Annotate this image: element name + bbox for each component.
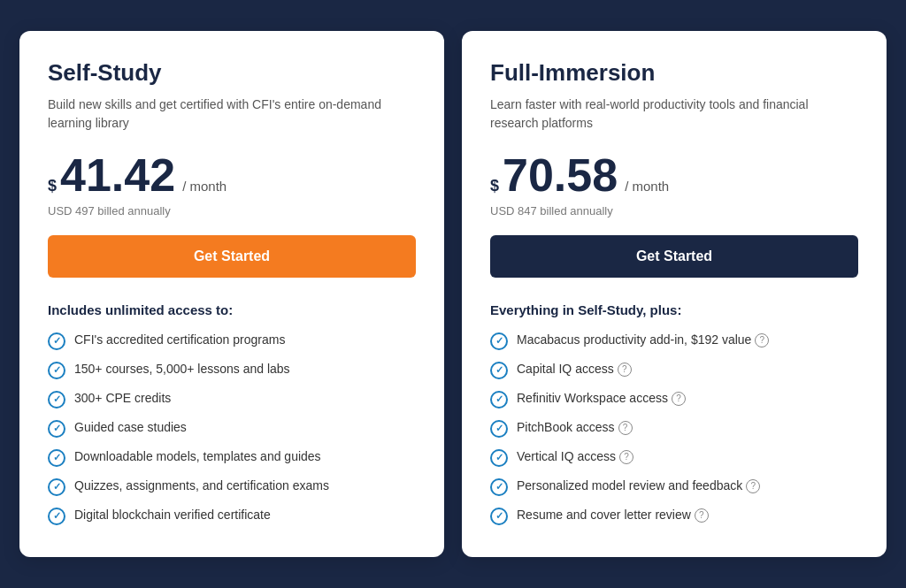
check-icon xyxy=(490,391,508,409)
feature-item: CFI's accredited certification programs xyxy=(48,332,416,350)
features-heading: Includes unlimited access to: xyxy=(48,302,416,317)
price-period: / month xyxy=(625,179,669,194)
check-icon xyxy=(48,391,65,409)
feature-item: PitchBook access ? xyxy=(490,419,858,438)
feature-item: Macabacus productivity add-in, $192 valu… xyxy=(490,332,858,350)
feature-text: PitchBook access xyxy=(517,419,615,437)
price-row: $ 41.42 / month xyxy=(48,152,416,201)
price-billing: USD 497 billed annually xyxy=(48,204,416,218)
check-icon xyxy=(490,449,508,467)
check-icon xyxy=(490,420,508,438)
check-icon xyxy=(490,332,508,350)
feature-list: CFI's accredited certification programs … xyxy=(48,332,416,525)
card-title: Self-Study xyxy=(48,59,416,87)
check-icon xyxy=(48,478,65,496)
get-started-button[interactable]: Get Started xyxy=(48,235,416,278)
price-amount: 41.42 xyxy=(60,152,175,198)
check-icon xyxy=(490,478,508,496)
feature-item: 150+ courses, 5,000+ lessons and labs xyxy=(48,361,416,379)
price-dollar-symbol: $ xyxy=(490,177,499,195)
feature-item: Resume and cover letter review ? xyxy=(490,507,858,525)
price-amount: 70.58 xyxy=(503,152,618,198)
feature-text: Guided case studies xyxy=(74,419,187,437)
price-dollar-symbol: $ xyxy=(48,177,57,195)
card-self-study: Self-Study Build new skills and get cert… xyxy=(19,31,444,557)
feature-list: Macabacus productivity add-in, $192 valu… xyxy=(490,332,858,525)
feature-text: 300+ CPE credits xyxy=(74,390,171,408)
feature-text: Vertical IQ access xyxy=(517,448,616,466)
feature-text: Capital IQ access xyxy=(517,361,614,378)
feature-item: Guided case studies xyxy=(48,419,416,438)
price-billing: USD 847 billed annually xyxy=(490,204,858,218)
feature-text: Macabacus productivity add-in, $192 valu… xyxy=(517,332,751,349)
price-period: / month xyxy=(182,179,226,194)
feature-item: Vertical IQ access ? xyxy=(490,448,858,467)
feature-item: 300+ CPE credits xyxy=(48,390,416,409)
feature-text: Quizzes, assignments, and certification … xyxy=(74,477,329,495)
info-icon[interactable]: ? xyxy=(619,450,633,464)
check-icon xyxy=(48,449,65,467)
check-icon xyxy=(48,508,65,525)
feature-item: Refinitiv Workspace access ? xyxy=(490,390,858,409)
check-icon xyxy=(48,362,65,379)
card-full-immersion: Full-Immersion Learn faster with real-wo… xyxy=(462,31,887,557)
info-icon[interactable]: ? xyxy=(618,421,633,435)
check-icon xyxy=(490,508,508,525)
feature-item: Digital blockchain verified certificate xyxy=(48,507,416,525)
feature-item: Personalized model review and feedback ? xyxy=(490,477,858,496)
check-icon xyxy=(490,362,508,379)
feature-text: Digital blockchain verified certificate xyxy=(74,507,271,524)
feature-text: Downloadable models, templates and guide… xyxy=(74,448,321,466)
check-icon xyxy=(48,420,65,438)
info-icon[interactable]: ? xyxy=(755,333,769,347)
feature-text: Resume and cover letter review xyxy=(517,507,691,524)
feature-item: Quizzes, assignments, and certification … xyxy=(48,477,416,496)
get-started-button[interactable]: Get Started xyxy=(490,235,858,278)
pricing-cards-container: Self-Study Build new skills and get cert… xyxy=(19,31,887,557)
info-icon[interactable]: ? xyxy=(672,392,686,406)
info-icon[interactable]: ? xyxy=(746,479,760,493)
card-description: Learn faster with real-world productivit… xyxy=(490,95,858,133)
feature-text: Refinitiv Workspace access xyxy=(517,390,668,408)
feature-text: CFI's accredited certification programs xyxy=(74,332,285,349)
info-icon[interactable]: ? xyxy=(695,508,709,523)
feature-text: Personalized model review and feedback xyxy=(517,477,742,495)
features-heading: Everything in Self-Study, plus: xyxy=(490,302,858,317)
feature-item: Capital IQ access ? xyxy=(490,361,858,379)
price-row: $ 70.58 / month xyxy=(490,152,858,201)
feature-text: 150+ courses, 5,000+ lessons and labs xyxy=(74,361,290,378)
check-icon xyxy=(48,332,65,350)
card-title: Full-Immersion xyxy=(490,59,858,87)
feature-item: Downloadable models, templates and guide… xyxy=(48,448,416,467)
card-description: Build new skills and get certified with … xyxy=(48,95,416,133)
info-icon[interactable]: ? xyxy=(618,363,632,377)
